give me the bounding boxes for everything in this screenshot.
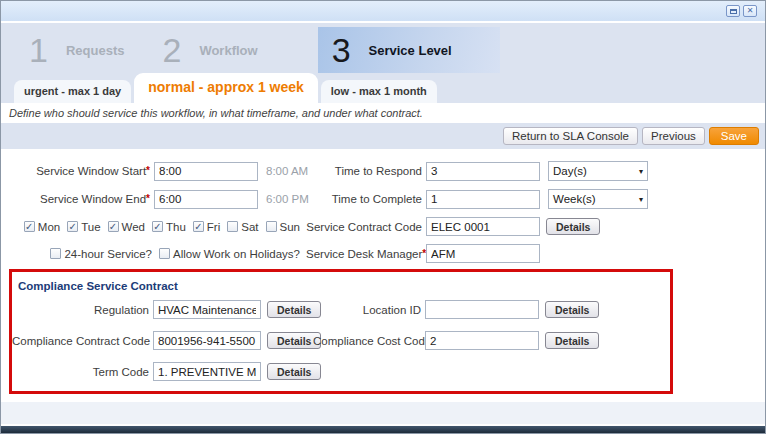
compliance-contract-code-input[interactable] [153,331,261,350]
time-to-complete-input[interactable] [426,190,540,209]
save-button[interactable]: Save [709,127,759,145]
step-number: 3 [332,30,351,70]
required-asterisk: * [146,165,150,176]
time-to-complete-label: Time to Complete [306,193,426,205]
fri-checkbox[interactable] [193,221,204,232]
time-to-complete-unit-select[interactable]: Week(s)▾ [548,189,648,209]
wizard-steps: 1 Requests 2 Workflow 3 Service Level [1,27,765,73]
location-id-label: Location ID [313,304,425,316]
chevron-down-icon: ▾ [639,167,643,176]
weekday-mon: Mon [24,221,60,233]
form-area: Service Window Start* 8:00 AM Time to Re… [1,149,765,430]
step-2-workflow[interactable]: 2 Workflow [162,30,257,70]
tue-checkbox[interactable] [67,221,78,232]
restore-icon[interactable] [726,5,740,17]
step-label: Workflow [199,43,257,58]
priority-tabs: urgent - max 1 day normal - approx 1 wee… [1,73,765,103]
wizard-band: 1 Requests 2 Workflow 3 Service Level ur… [1,23,765,103]
service-desk-manager-input[interactable] [426,244,540,263]
service-desk-manager-label: Service Desk Manager* [306,248,426,260]
service-window-end-hint: 6:00 PM [266,193,309,205]
thu-checkbox[interactable] [152,221,163,232]
tab-normal[interactable]: normal - approx 1 week [134,73,318,103]
regulation-label: Regulation [12,304,153,316]
previous-button[interactable]: Previous [642,127,705,145]
step-number: 1 [29,30,48,70]
compliance-contract-code-label: Compliance Contract Code [12,335,153,347]
weekday-wed: Wed [108,221,145,233]
term-code-input[interactable] [153,362,261,381]
weekday-thu: Thu [152,221,186,233]
close-icon[interactable]: ✕ [743,5,757,17]
mon-checkbox[interactable] [24,221,35,232]
allow-work-holidays-checkbox[interactable] [159,248,170,259]
term-code-label: Term Code [12,366,153,378]
step-label: Service Level [369,43,452,58]
compliance-cost-code-input[interactable] [425,331,539,350]
service-window-start-label: Service Window Start* [1,165,154,177]
term-code-details-button[interactable]: Details [267,363,321,380]
sat-checkbox[interactable] [227,221,238,232]
weekday-fri: Fri [193,221,220,233]
tab-urgent[interactable]: urgent - max 1 day [14,80,131,103]
step-3-service-level[interactable]: 3 Service Level [318,27,500,73]
weekday-checkboxes: Mon Tue Wed Thu Fri Sat Sun [1,221,306,233]
toolbar: Return to SLA Console Previous Save [1,123,765,149]
footer-band [1,402,765,424]
weekday-sun: Sun [266,221,300,233]
compliance-service-contract-section: Compliance Service Contract Regulation D… [9,269,673,394]
service-window-start-hint: 8:00 AM [266,165,308,177]
window-bottom-edge [1,426,765,433]
regulation-input[interactable] [153,300,261,319]
return-to-sla-console-button[interactable]: Return to SLA Console [503,127,638,145]
24-hour-service-checkbox[interactable] [50,248,61,259]
24-hour-service-option: 24-hour Service? [50,248,152,260]
step-label: Requests [66,43,125,58]
allow-work-holidays-option: Allow Work on Holidays? [159,248,300,260]
compliance-cost-details-button[interactable]: Details [545,332,599,349]
time-to-respond-label: Time to Respond [306,165,426,177]
wed-checkbox[interactable] [108,221,119,232]
compliance-cost-code-label: Compliance Cost Code [313,335,425,347]
chevron-down-icon: ▾ [639,195,643,204]
step-number: 2 [162,30,181,70]
description-text: Define who should service this workflow,… [1,103,765,123]
compliance-section-heading: Compliance Service Contract [12,276,670,300]
time-to-respond-input[interactable] [426,162,540,181]
service-window-start-input[interactable] [154,162,258,181]
sla-wizard-window: ✕ 1 Requests 2 Workflow 3 Service Level … [0,0,766,434]
window-titlebar: ✕ [1,1,765,23]
weekday-sat: Sat [227,221,258,233]
location-id-details-button[interactable]: Details [545,301,599,318]
sun-checkbox[interactable] [266,221,277,232]
time-to-respond-unit-select[interactable]: Day(s)▾ [548,161,648,181]
service-contract-details-button[interactable]: Details [546,218,600,235]
weekday-tue: Tue [67,221,100,233]
service-contract-code-label: Service Contract Code [306,221,426,233]
location-id-input[interactable] [425,300,539,319]
required-asterisk: * [146,193,150,204]
service-contract-code-input[interactable] [426,217,540,236]
service-options: 24-hour Service? Allow Work on Holidays? [1,248,306,260]
tab-low[interactable]: low - max 1 month [321,80,437,103]
service-window-end-input[interactable] [154,190,258,209]
step-1-requests[interactable]: 1 Requests [29,30,124,70]
service-window-end-label: Service Window End* [1,193,154,205]
